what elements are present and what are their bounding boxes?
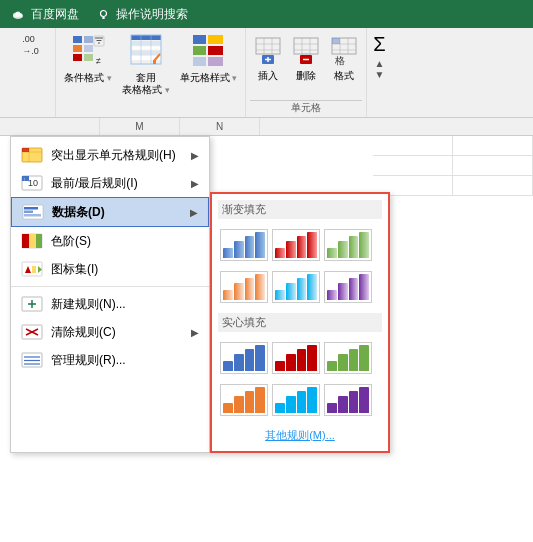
grid-cell-n3	[453, 176, 533, 195]
green-gradient-bar[interactable]	[324, 229, 372, 261]
svg-rect-10	[84, 45, 93, 52]
svg-rect-31	[208, 46, 223, 55]
insert-icon	[254, 36, 282, 69]
section-label-empty	[0, 118, 100, 135]
cells-group: 插入 删除	[246, 28, 367, 117]
newrule-label: 新建规则(N)...	[51, 296, 199, 313]
gradient-section-label: 渐变填充	[218, 200, 382, 219]
svg-rect-19	[131, 41, 161, 45]
col-n-header: N	[180, 118, 260, 135]
col-m-header: M	[100, 118, 180, 135]
red-gradient-bar[interactable]	[272, 229, 320, 261]
sigma-symbol[interactable]: Σ	[373, 34, 385, 54]
databar-arrow: ▶	[190, 207, 198, 218]
grid-row-3	[373, 176, 533, 196]
grid-cell-n1	[453, 136, 533, 155]
solid-row-2	[220, 384, 380, 416]
cell-style-icon	[192, 34, 224, 70]
baidu-netdisk-item[interactable]: 百度网盘	[10, 6, 79, 23]
orange-gradient-bar[interactable]	[220, 271, 268, 303]
svg-rect-42	[294, 38, 318, 54]
iconset-label: 图标集(I)	[51, 261, 199, 278]
delete-label: 删除	[296, 69, 316, 83]
svg-rect-32	[193, 57, 206, 66]
svg-rect-12	[84, 54, 93, 61]
blue-gradient-bar[interactable]	[220, 229, 268, 261]
managerule-icon	[21, 351, 43, 369]
conditional-format-btn[interactable]: ≠ 条件格式 ▾	[60, 32, 116, 115]
bulb-icon	[95, 6, 111, 22]
clearrule-item[interactable]: 清除规则(C) ▶	[11, 318, 209, 346]
solid-row-1	[220, 342, 380, 374]
other-rules-link[interactable]: 其他规则(M)...	[220, 428, 380, 443]
purple-gradient-bar[interactable]	[324, 271, 372, 303]
gradient-row-1	[220, 229, 380, 261]
highlight-cells-label: 突出显示单元格规则(H)	[51, 147, 183, 164]
table-format-label: 套用表格格式 ▾	[122, 72, 170, 96]
svg-rect-69	[22, 234, 29, 248]
cond-format-icon: ≠	[71, 34, 105, 70]
section-bar: M N	[0, 118, 533, 136]
red-solid-bar[interactable]	[272, 342, 320, 374]
delete-icon	[292, 36, 320, 69]
svg-rect-8	[84, 36, 93, 43]
baidu-label: 百度网盘	[31, 6, 79, 23]
solid-section-label: 实心填充	[218, 313, 382, 332]
svg-rect-20	[131, 46, 161, 50]
topbottom-icon: 10 ↑	[21, 174, 43, 192]
managerule-item[interactable]: 管理规则(R)...	[11, 346, 209, 374]
clearrule-arrow: ▶	[191, 327, 199, 338]
menu-divider-1	[11, 286, 209, 287]
dropdown-container: 突出显示单元格规则(H) ▶ 10 ↑ 最前/最后规则(I) ▶	[10, 136, 390, 453]
format-btn[interactable]: 格 格式	[326, 34, 362, 85]
highlight-cells-item[interactable]: 突出显示单元格规则(H) ▶	[11, 141, 209, 169]
format-icon: 格	[330, 36, 358, 69]
highlight-icon	[21, 146, 43, 164]
topbottom-item[interactable]: 10 ↑ 最前/最后规则(I) ▶	[11, 169, 209, 197]
svg-rect-27	[153, 60, 156, 64]
cell-style-btn[interactable]: 单元格样式 ▾	[176, 32, 242, 115]
grid-cell-n2	[453, 156, 533, 175]
insert-btn[interactable]: 插入	[250, 34, 286, 85]
topbottom-arrow: ▶	[191, 178, 199, 189]
grid-row-1	[373, 136, 533, 156]
grid-row-2	[373, 156, 533, 176]
gradient-row-2	[220, 271, 380, 303]
format-group: ≠ 条件格式 ▾	[56, 28, 246, 117]
colorscale-item[interactable]: 色阶(S)	[11, 227, 209, 255]
delete-btn[interactable]: 删除	[288, 34, 324, 85]
context-menu: 突出显示单元格规则(H) ▶ 10 ↑ 最前/最后规则(I) ▶	[10, 136, 210, 453]
colorscale-icon	[21, 232, 43, 250]
orange-solid-bar[interactable]	[220, 384, 268, 416]
table-format-icon	[130, 34, 162, 70]
green-solid-bar[interactable]	[324, 342, 372, 374]
iconset-item[interactable]: 图标集(I)	[11, 255, 209, 283]
help-label: 操作说明搜索	[116, 6, 188, 23]
svg-rect-70	[29, 234, 36, 248]
cells-group-label: 单元格	[250, 100, 362, 117]
table-format-btn[interactable]: 套用表格格式 ▾	[118, 32, 174, 115]
svg-rect-18	[131, 35, 161, 40]
svg-rect-21	[131, 51, 161, 55]
down-arrow[interactable]: ▼	[375, 69, 385, 80]
blue-solid-bar[interactable]	[220, 342, 268, 374]
cell-style-label: 单元格样式 ▾	[180, 72, 238, 84]
help-search-item[interactable]: 操作说明搜索	[95, 6, 188, 23]
grid-background	[373, 136, 533, 196]
up-arrow[interactable]: ▲	[375, 58, 385, 69]
highlight-arrow: ▶	[191, 150, 199, 161]
svg-rect-59	[22, 148, 29, 152]
databar-item[interactable]: 数据条(D) ▶	[11, 197, 209, 227]
managerule-label: 管理规则(R)...	[51, 352, 199, 369]
insert-label: 插入	[258, 69, 278, 83]
databar-label: 数据条(D)	[52, 204, 182, 221]
svg-rect-7	[73, 36, 82, 43]
purple-solid-bar[interactable]	[324, 384, 372, 416]
svg-rect-71	[36, 234, 42, 248]
newrule-item[interactable]: 新建规则(N)...	[11, 290, 209, 318]
svg-rect-30	[193, 46, 206, 55]
cloud-icon	[10, 6, 26, 22]
lightblue-solid-bar[interactable]	[272, 384, 320, 416]
lightblue-gradient-bar[interactable]	[272, 271, 320, 303]
iconset-icon	[21, 260, 43, 278]
